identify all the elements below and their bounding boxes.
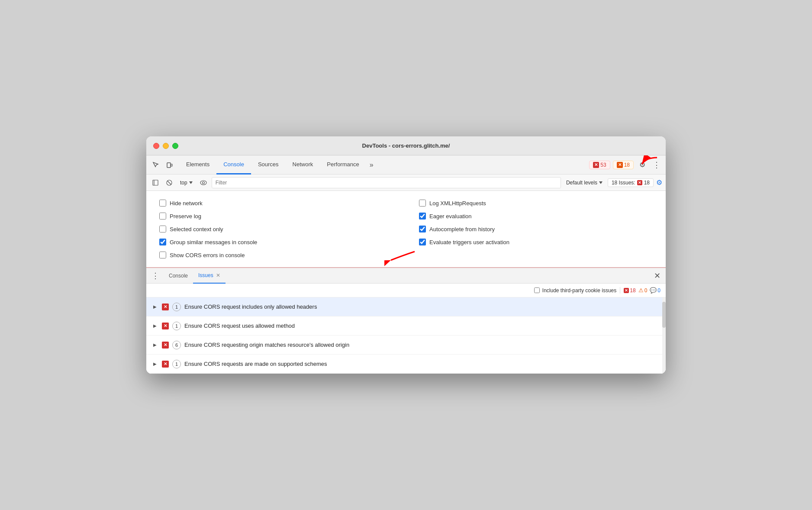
evaluate-triggers-checkbox[interactable] <box>419 239 426 245</box>
settings-panel: Hide network Preserve log Selected conte… <box>146 191 666 268</box>
log-xml-option[interactable]: Log XMLHttpRequests <box>419 200 653 207</box>
error-count-badge[interactable]: ✕ 53 <box>589 161 610 169</box>
eager-eval-option[interactable]: Eager evaluation <box>419 213 653 219</box>
issue-error-icon: ✕ <box>162 323 169 329</box>
filter-input[interactable] <box>212 177 561 188</box>
hide-network-checkbox[interactable] <box>159 200 166 207</box>
sidebar-toggle-icon[interactable] <box>150 177 161 188</box>
scrollbar-track[interactable] <box>662 297 666 374</box>
warning-issues-count: ⚠ 0 <box>638 287 648 294</box>
more-options-button[interactable]: ⋮ <box>651 160 662 170</box>
log-xml-checkbox[interactable] <box>419 200 426 207</box>
console-tab-label: Console <box>169 273 188 279</box>
issue-row[interactable]: ▶ ✕ 1 Ensure CORS request includes only … <box>146 297 666 316</box>
issues-filter-bar: Include third-party cookie issues ✕ 18 ⚠… <box>146 284 666 297</box>
panel-dots-menu[interactable]: ⋮ <box>150 271 161 281</box>
issues-tab-label: Issues <box>198 272 213 278</box>
warning-count-badge[interactable]: ✕ 18 <box>613 161 634 169</box>
context-selector[interactable]: top <box>177 179 195 187</box>
svg-line-6 <box>168 181 171 184</box>
tab-network[interactable]: Network <box>286 155 320 174</box>
issue-error-icon: ✕ <box>162 342 169 349</box>
close-button[interactable] <box>153 143 159 149</box>
warning-icon: ⚠ <box>638 287 644 294</box>
traffic-lights <box>153 143 178 149</box>
tab-console[interactable]: Console <box>216 155 251 174</box>
close-panel-button[interactable]: ✕ <box>652 271 662 281</box>
issue-text: Ensure CORS requesting origin matches re… <box>184 342 349 348</box>
tab-elements[interactable]: Elements <box>179 155 216 174</box>
issue-row[interactable]: ▶ ✕ 1 Ensure CORS request uses allowed m… <box>146 316 666 336</box>
issue-chevron-icon: ▶ <box>153 304 158 309</box>
device-toolbar-icon[interactable] <box>164 159 176 171</box>
third-party-cookie-checkbox[interactable] <box>534 287 540 293</box>
clear-console-icon[interactable] <box>164 177 175 188</box>
eager-eval-label: Eager evaluation <box>429 213 472 219</box>
svg-point-8 <box>202 181 204 184</box>
selected-context-checkbox[interactable] <box>159 226 166 232</box>
scrollbar-thumb[interactable] <box>662 302 666 328</box>
title-bar: DevTools - cors-errors.glitch.me/ <box>146 136 666 155</box>
issue-text: Ensure CORS requests are made on support… <box>184 361 327 367</box>
dropdown-chevron-icon <box>189 181 193 184</box>
bottom-tab-issues[interactable]: Issues ✕ <box>193 268 226 284</box>
issue-list-container: ▶ ✕ 1 Ensure CORS request includes only … <box>146 297 666 374</box>
warning-x-icon: ✕ <box>617 162 623 168</box>
group-similar-checkbox[interactable] <box>159 239 166 245</box>
autocomplete-checkbox[interactable] <box>419 226 426 232</box>
issue-chevron-icon: ▶ <box>153 342 158 347</box>
minimize-button[interactable] <box>163 143 169 149</box>
group-similar-label: Group similar messages in console <box>170 239 257 245</box>
issue-text: Ensure CORS request includes only allowe… <box>184 303 317 310</box>
issue-count-circle: 6 <box>172 341 181 349</box>
svg-rect-0 <box>167 163 171 168</box>
settings-button[interactable]: ⚙ <box>636 159 648 171</box>
toolbar-right: ✕ 53 ✕ 18 ⚙ <box>589 159 662 171</box>
issues-count-display[interactable]: 18 Issues: ✕ 18 <box>608 178 654 187</box>
bottom-panel: ⋮ Console Issues ✕ ✕ Include third-party… <box>146 268 666 374</box>
bottom-tab-console[interactable]: Console <box>164 268 193 284</box>
devtools-window: DevTools - cors-errors.glitch.me/ <box>146 136 666 374</box>
log-xml-label: Log XMLHttpRequests <box>429 200 486 207</box>
inspect-element-icon[interactable] <box>150 159 162 171</box>
issue-row[interactable]: ▶ ✕ 6 Ensure CORS requesting origin matc… <box>146 336 666 355</box>
show-cors-label: Show CORS errors in console <box>170 252 245 258</box>
issue-count-circle: 1 <box>172 322 181 330</box>
settings-left-col: Hide network Preserve log Selected conte… <box>159 200 393 258</box>
issue-row[interactable]: ▶ ✕ 1 Ensure CORS requests are made on s… <box>146 355 666 374</box>
settings-gear-container: ⚙ <box>636 159 648 171</box>
issues-x-icon: ✕ <box>637 180 642 185</box>
svg-point-7 <box>200 181 206 185</box>
autocomplete-option[interactable]: Autocomplete from history <box>419 226 653 232</box>
error-x-icon: ✕ <box>593 162 599 168</box>
issue-error-icon: ✕ <box>162 361 169 368</box>
default-levels-selector[interactable]: Default levels <box>564 179 605 187</box>
more-tabs-button[interactable]: » <box>366 161 377 169</box>
error-issues-icon: ✕ <box>624 288 629 293</box>
issues-tab-close-icon[interactable]: ✕ <box>216 272 220 278</box>
autocomplete-label: Autocomplete from history <box>429 226 495 232</box>
hide-network-option[interactable]: Hide network <box>159 200 393 207</box>
show-cors-checkbox[interactable] <box>159 252 166 258</box>
selected-context-option[interactable]: Selected context only <box>159 226 393 232</box>
show-cors-container: Show CORS errors in console <box>159 252 393 258</box>
maximize-button[interactable] <box>172 143 178 149</box>
show-cors-option[interactable]: Show CORS errors in console <box>159 252 393 258</box>
preserve-log-checkbox[interactable] <box>159 213 166 219</box>
main-tabs: Elements Console Sources Network Perform… <box>179 155 589 174</box>
bottom-tabs-bar: ⋮ Console Issues ✕ ✕ <box>146 268 666 284</box>
toolbar-icons <box>150 159 176 171</box>
default-levels-chevron-icon <box>599 181 603 184</box>
console-toolbar: top Default levels 18 Issues: <box>146 174 666 191</box>
third-party-cookie-option[interactable]: Include third-party cookie issues <box>534 287 616 294</box>
hide-network-label: Hide network <box>170 200 203 207</box>
tab-sources[interactable]: Sources <box>251 155 286 174</box>
tab-performance[interactable]: Performance <box>320 155 366 174</box>
eager-eval-checkbox[interactable] <box>419 213 426 219</box>
preserve-log-option[interactable]: Preserve log <box>159 213 393 219</box>
console-settings-gear-icon[interactable]: ⚙ <box>656 178 662 187</box>
evaluate-triggers-option[interactable]: Evaluate triggers user activation <box>419 239 653 245</box>
group-similar-option[interactable]: Group similar messages in console <box>159 239 393 245</box>
svg-rect-1 <box>171 164 172 166</box>
eye-icon[interactable] <box>198 177 209 188</box>
